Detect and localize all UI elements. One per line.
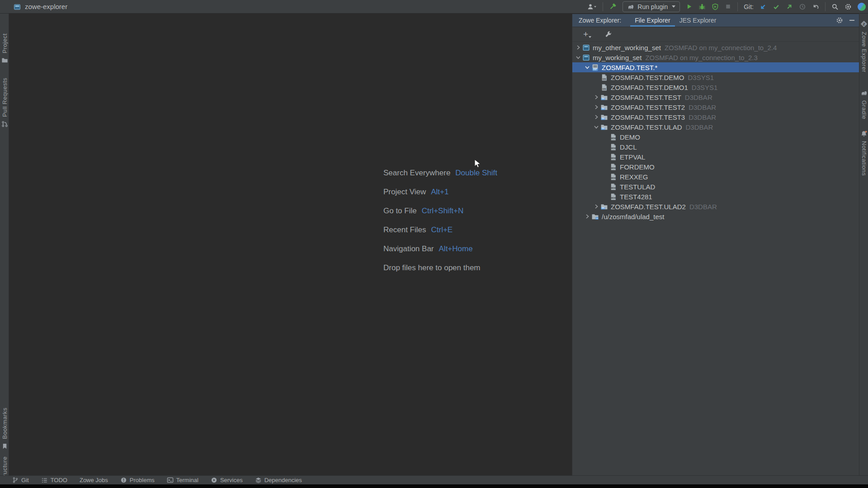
stripe-button-project[interactable]: Project — [0, 33, 9, 64]
settings-button[interactable] — [844, 3, 852, 10]
chevron-right-icon[interactable] — [592, 203, 600, 210]
statusbar-item-dependencies[interactable]: Dependencies — [255, 477, 302, 483]
svg-text:DS: DS — [602, 127, 604, 130]
tree-row[interactable]: MEMDEMO — [572, 132, 859, 142]
tree-node-label: TESTULAD — [620, 183, 655, 191]
tree-row[interactable]: MEMFORDEMO — [572, 162, 859, 172]
git-commit-button[interactable] — [773, 3, 780, 10]
tree-node-label: ZOSMFAD.TEST.TEST2 — [611, 103, 685, 111]
tree-row[interactable]: DSZOSMFAD.TEST.TESTD3DBAR — [572, 92, 859, 102]
shortcut-hint-row: Recent FilesCtrl+E — [383, 225, 497, 235]
git-rollback-button[interactable] — [812, 3, 819, 10]
statusbar-item-problems[interactable]: Problems — [120, 477, 155, 483]
tree-node-label: REXXEG — [620, 173, 648, 181]
add-button[interactable]: + — [583, 31, 591, 38]
stripe-button-pull-requests[interactable]: Pull Requests — [0, 78, 9, 127]
git-push-button[interactable] — [786, 3, 793, 10]
member-file-icon: MEM — [609, 163, 617, 171]
panel-wrench-button[interactable] — [605, 31, 612, 38]
statusbar-item-services[interactable]: Services — [211, 477, 243, 483]
working-set-icon — [582, 44, 590, 52]
git-branch-icon — [12, 477, 19, 483]
stop-button[interactable] — [725, 3, 731, 10]
tree-row[interactable]: DSZOSMFAD.TEST.TEST3D3DBAR — [572, 112, 859, 122]
tree-row[interactable]: DSZOSMFAD.TEST.DEMO1D3SYS1 — [572, 82, 859, 92]
statusbar-item-todo[interactable]: TODO — [41, 477, 67, 483]
pull-request-icon — [1, 121, 8, 127]
tab-jes-explorer[interactable]: JES Explorer — [675, 14, 721, 27]
git-update-button[interactable] — [760, 3, 767, 10]
chevron-right-icon[interactable] — [592, 103, 600, 111]
svg-text:Z: Z — [863, 22, 865, 26]
chevron-down-icon[interactable] — [574, 54, 582, 61]
dependencies-icon — [255, 477, 262, 483]
ds-file-icon: DS — [600, 74, 608, 81]
shortcut-hint-row: Project ViewAlt+1 — [383, 187, 497, 197]
tree-row[interactable]: DS*ZOSMFAD.TEST.* — [572, 62, 859, 72]
chevron-down-icon — [672, 5, 675, 8]
tree-row[interactable]: MEMETPVAL — [572, 152, 859, 162]
tree-row[interactable]: MEMREXXEG — [572, 172, 859, 182]
tree-row[interactable]: my_other_working_setZOSMFAD on my_connec… — [572, 42, 859, 52]
tree-node-label: DJCL — [620, 143, 637, 151]
build-project-button[interactable] — [609, 3, 617, 10]
ds-file-icon: DS — [600, 84, 608, 91]
panel-title: Zowe Explorer: — [579, 14, 621, 27]
statusbar-item-zowe-jobs[interactable]: Zowe Jobs — [80, 477, 108, 483]
chevron-right-icon[interactable] — [574, 44, 582, 51]
hide-panel-icon[interactable] — [849, 20, 854, 21]
tree-node-label: ZOSMFAD.TEST.ULAD2 — [611, 203, 686, 211]
stripe-button-gradle[interactable]: Gradle — [859, 89, 868, 119]
tree-node-suffix: D3DBAR — [689, 113, 716, 121]
main-toolbar: Run plugin Git: — [587, 1, 868, 12]
shortcut-key: Alt+1 — [431, 188, 448, 197]
tree-row[interactable]: DSZOSMFAD.TEST.DEMOD3SYS1 — [572, 72, 859, 82]
shortcut-key: Ctrl+Shift+N — [422, 206, 464, 216]
chevron-right-icon[interactable] — [592, 94, 600, 101]
statusbar-item-terminal[interactable]: Terminal — [167, 477, 198, 483]
chevron-right-icon[interactable] — [592, 113, 600, 121]
tree-row[interactable]: my_working_setZOSMFAD on my_connection_t… — [572, 52, 859, 62]
gradle-icon — [627, 3, 634, 10]
run-with-coverage-button[interactable] — [712, 3, 719, 10]
tree-node-label: /u/zosmfad/ulad_test — [602, 213, 664, 221]
tab-file-explorer[interactable]: File Explorer — [630, 14, 675, 27]
svg-text:MEM: MEM — [611, 177, 616, 179]
chevron-down-icon[interactable] — [592, 123, 600, 131]
tree-row[interactable]: MEMDJCL — [572, 142, 859, 152]
bookmark-icon — [1, 443, 8, 450]
debug-button[interactable] — [698, 3, 706, 10]
problems-icon — [120, 477, 127, 483]
stripe-button-zowe-explorer[interactable]: ZZowe Explorer — [859, 20, 868, 72]
tree-row[interactable]: MEMTESTULAD — [572, 182, 859, 192]
search-everywhere-button[interactable] — [831, 3, 839, 10]
run-configuration-select[interactable]: Run plugin — [623, 1, 680, 12]
stripe-button-bookmarks[interactable]: Bookmarks — [0, 408, 9, 450]
stripe-label: Pull Requests — [1, 78, 8, 117]
tree-row[interactable]: DSZOSMFAD.TEST.ULAD2D3DBAR — [572, 202, 859, 211]
app-window-icon — [14, 3, 21, 10]
chevron-down-icon[interactable] — [583, 64, 591, 71]
panel-toolbar: + — [572, 27, 859, 42]
statusbar-item-git[interactable]: Git — [12, 477, 29, 483]
tree-row[interactable]: DSZOSMFAD.TEST.ULADD3DBAR — [572, 122, 859, 132]
chevron-right-icon[interactable] — [583, 213, 591, 220]
tree-row[interactable]: DSZOSMFAD.TEST.TEST2D3DBAR — [572, 102, 859, 112]
stripe-button-notifications[interactable]: Notifications — [859, 130, 868, 176]
git-history-button[interactable] — [799, 3, 806, 10]
panel-settings-icon[interactable] — [836, 17, 843, 24]
member-file-icon: MEM — [609, 143, 617, 151]
zowe-explorer-panel: Zowe Explorer: File Explorer JES Explore… — [572, 14, 859, 475]
shortcut-action: Navigation Bar — [383, 244, 434, 253]
member-file-icon: MEM — [609, 133, 617, 141]
shortcut-action: Search Everywhere — [383, 169, 450, 178]
run-button[interactable] — [686, 3, 693, 10]
uss-folder-icon — [591, 213, 599, 221]
tree-node-label: ZOSMFAD.TEST.ULAD — [611, 123, 682, 131]
tree-node-label: my_other_working_set — [593, 44, 661, 52]
user-menu-button[interactable] — [587, 3, 597, 10]
tree-row[interactable]: MEMTEST4281 — [572, 192, 859, 202]
user-avatar[interactable] — [858, 3, 866, 11]
svg-text:MEM: MEM — [611, 197, 616, 199]
tree-row[interactable]: /u/zosmfad/ulad_test — [572, 211, 859, 221]
